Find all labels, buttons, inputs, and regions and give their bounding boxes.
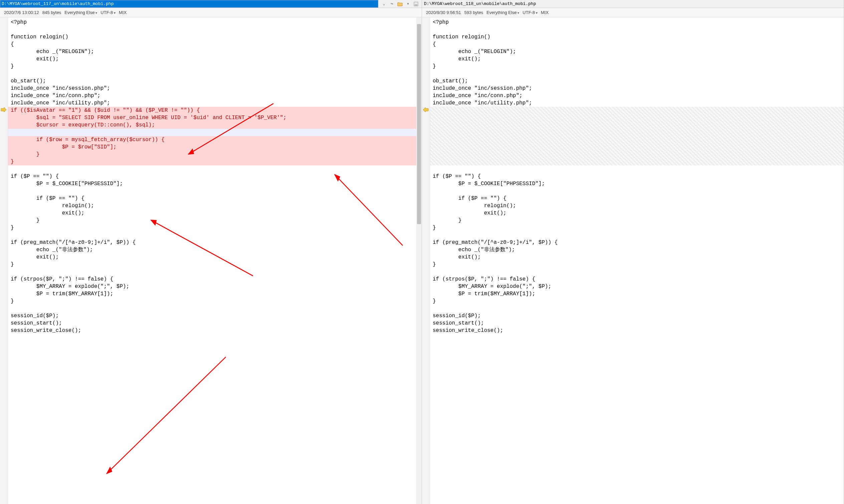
- code-line: }: [8, 217, 416, 224]
- code-line: $MY_ARRAY = explode(";", $P);: [430, 283, 844, 290]
- code-line: $P = $_COOKIE["PHPSESSID"];: [8, 180, 416, 187]
- code-line: }: [8, 298, 416, 305]
- right-category[interactable]: Everything Else: [486, 10, 519, 15]
- code-line: $P = trim($MY_ARRAY[1]);: [8, 290, 416, 298]
- left-encoding[interactable]: UTF-8: [101, 10, 116, 15]
- code-line: <?php: [430, 19, 844, 26]
- code-line: relogin();: [430, 202, 844, 210]
- code-line: if (preg_match("/[^a-z0-9;]+/i", $P)) {: [430, 239, 844, 246]
- left-scrollbar[interactable]: [416, 17, 422, 504]
- code-line: if ($row = mysql_fetch_array($cursor)) {: [8, 136, 416, 143]
- code-line: $P = $_COOKIE["PHPSESSID"];: [430, 180, 844, 187]
- right-datetime: 2020/9/30 9:56:51: [426, 10, 461, 15]
- code-line: [430, 114, 844, 121]
- left-path-input[interactable]: [0, 0, 378, 8]
- code-line: [430, 158, 844, 165]
- left-editor[interactable]: <?php function relogin(){ echo _("RELOGI…: [8, 17, 416, 504]
- code-line: relogin();: [8, 202, 416, 210]
- right-encoding[interactable]: UTF-8: [522, 10, 537, 15]
- code-line: $MY_ARRAY = explode(";", $P);: [8, 283, 416, 290]
- code-line: $cursor = exequery(TD::conn(), $sql);: [8, 121, 416, 129]
- code-line: }: [430, 298, 844, 305]
- code-line: }: [430, 261, 844, 268]
- code-line: echo _("RELOGIN");: [8, 48, 416, 55]
- right-editor-wrap: <?php function relogin(){ echo _("RELOGI…: [422, 17, 844, 504]
- code-line: [430, 187, 844, 195]
- code-line: exit();: [8, 210, 416, 217]
- left-category[interactable]: Everything Else: [65, 10, 97, 15]
- code-line: }: [8, 63, 416, 70]
- left-gutter: [0, 17, 8, 504]
- code-line: session_write_close();: [430, 327, 844, 334]
- scroll-thumb[interactable]: [417, 24, 421, 224]
- code-line: include_once "inc/utility.php";: [430, 100, 844, 107]
- code-line: if (strpos($P, ";") !== false) {: [430, 275, 844, 283]
- code-line: exit();: [8, 55, 416, 63]
- code-line: include_once "inc/session.php";: [430, 85, 844, 92]
- code-line: [430, 136, 844, 143]
- code-line: $sql = "SELECT SID FROM user_online WHER…: [8, 114, 416, 121]
- code-line: if ($P == "") {: [8, 173, 416, 180]
- code-line: session_id($P);: [8, 312, 416, 320]
- code-line: ob_start();: [430, 77, 844, 85]
- dropdown-icon[interactable]: ▾: [405, 1, 411, 7]
- code-line: }: [430, 224, 844, 232]
- left-code: <?php function relogin(){ echo _("RELOGI…: [8, 17, 416, 336]
- code-line: function relogin(): [430, 33, 844, 41]
- code-line: <?php: [8, 19, 416, 26]
- code-line: if ($P == "") {: [430, 195, 844, 202]
- svg-line-5: [107, 357, 226, 474]
- code-line: include_once "inc/conn.php";: [430, 92, 844, 100]
- go-icon[interactable]: ↪: [389, 1, 395, 7]
- right-pane: D:\MYOA\webroot_118_un\mobile\auth_mobi.…: [422, 0, 844, 504]
- code-line: }: [430, 217, 844, 224]
- right-path-display[interactable]: D:\MYOA\webroot_118_un\mobile\auth_mobi.…: [422, 0, 844, 8]
- folder-icon[interactable]: [397, 1, 403, 7]
- code-line: [430, 26, 844, 33]
- code-line: echo _("RELOGIN");: [430, 48, 844, 55]
- code-line: if (($isAvatar == "1") && ($uid != "") &…: [8, 107, 416, 114]
- code-line: [8, 268, 416, 275]
- diff-marker-icon: [423, 107, 429, 112]
- right-size: 593 bytes: [464, 10, 483, 15]
- code-line: function relogin(): [8, 33, 416, 41]
- code-line: }: [8, 158, 416, 165]
- code-line: [8, 70, 416, 77]
- left-datetime: 2020/7/6 13:00:12: [4, 10, 39, 15]
- code-line: exit();: [430, 253, 844, 261]
- diff-marker-icon: [1, 107, 7, 112]
- left-lineend: MIX: [119, 10, 126, 15]
- code-line: session_start();: [430, 320, 844, 327]
- right-gutter: [422, 17, 430, 504]
- code-line: [430, 129, 844, 136]
- code-line: include_once "inc/session.php";: [8, 85, 416, 92]
- code-line: include_once "inc/utility.php";: [8, 100, 416, 107]
- code-line: exit();: [8, 253, 416, 261]
- code-line: {: [8, 41, 416, 48]
- code-line: [430, 121, 844, 129]
- code-line: $P = trim($MY_ARRAY[1]);: [430, 290, 844, 298]
- code-line: if ($P == "") {: [430, 173, 844, 180]
- right-path-bar: D:\MYOA\webroot_118_un\mobile\auth_mobi.…: [422, 0, 844, 8]
- left-editor-wrap: <?php function relogin(){ echo _("RELOGI…: [0, 17, 422, 504]
- code-line: session_id($P);: [430, 312, 844, 320]
- right-info-bar: 2020/9/30 9:56:51 593 bytes Everything E…: [422, 8, 844, 17]
- code-line: [430, 305, 844, 312]
- code-line: [8, 232, 416, 239]
- save-icon[interactable]: [413, 1, 419, 7]
- left-size: 845 bytes: [42, 10, 61, 15]
- code-line: echo _("非法参数");: [430, 246, 844, 253]
- code-line: [8, 26, 416, 33]
- dropdown-icon[interactable]: ⌄: [381, 1, 387, 7]
- code-line: ob_start();: [8, 77, 416, 85]
- code-line: }: [430, 63, 844, 70]
- left-pane: ⌄ ↪ ▾ 2020/7/6 13:00:12 845 bytes Everyt…: [0, 0, 422, 504]
- right-editor[interactable]: <?php function relogin(){ echo _("RELOGI…: [430, 17, 844, 504]
- code-line: [430, 268, 844, 275]
- code-line: if (preg_match("/[^a-z0-9;]+/i", $P)) {: [8, 239, 416, 246]
- right-code: <?php function relogin(){ echo _("RELOGI…: [430, 17, 844, 336]
- code-line: exit();: [430, 55, 844, 63]
- code-line: [8, 187, 416, 195]
- code-line: session_write_close();: [8, 327, 416, 334]
- code-line: if ($P == "") {: [8, 195, 416, 202]
